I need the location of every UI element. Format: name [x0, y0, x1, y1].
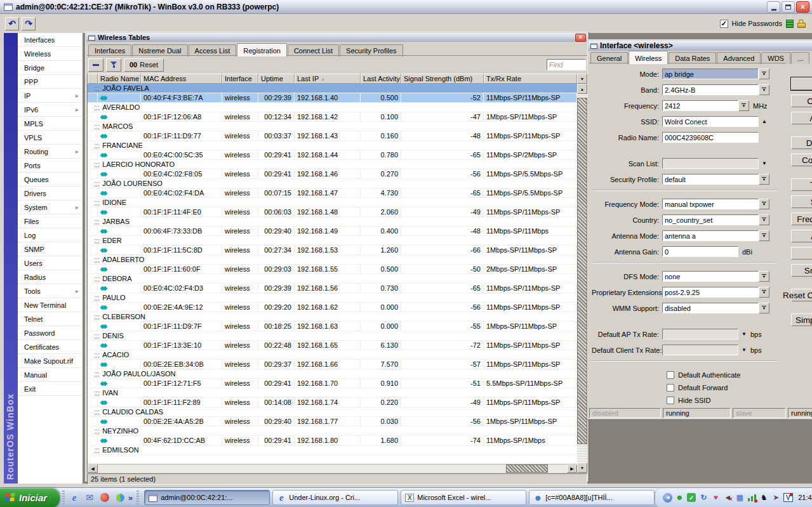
comment-row[interactable]: ;;;ADALBERTO: [88, 255, 577, 265]
task-button-under-linux-org-cri[interactable]: eUnder-Linux.org - Cri...: [272, 490, 398, 505]
ok-button[interactable]: OK: [791, 77, 812, 90]
tab-registration[interactable]: Registration: [237, 43, 287, 56]
reset-button[interactable]: 00 Reset: [124, 58, 164, 72]
hide-ssid-checkbox[interactable]: [667, 397, 674, 404]
simple-mode-button[interactable]: Simple Mode: [791, 313, 812, 326]
update-icon[interactable]: ↻: [698, 492, 709, 503]
table-row[interactable]: ◆◆00:0E:2E:4A:9E:12wireless00:29:20192.1…: [88, 303, 577, 312]
column-chooser-icon[interactable]: ▼: [577, 74, 587, 84]
tab-access-list[interactable]: Access List: [189, 44, 237, 56]
tab-security-profiles[interactable]: Security Profiles: [340, 44, 403, 56]
tab-general[interactable]: General: [590, 52, 628, 64]
comment-row[interactable]: ;;;EDER: [88, 236, 577, 246]
media-quick-launch-icon[interactable]: [99, 492, 110, 503]
dropdown-button-icon[interactable]: ▼: [759, 303, 769, 313]
comment-row[interactable]: ;;;ACACIO: [88, 350, 577, 360]
dropdown-button-icon[interactable]: ▼: [759, 230, 769, 241]
table-row[interactable]: ◆◆00:E0:4C:00:5C:35wireless00:29:41192.1…: [88, 150, 577, 160]
sidebar-item-drivers[interactable]: Drivers: [18, 187, 83, 201]
task-button-microsoft-excel-wirel[interactable]: XMicrosoft Excel - wirel...: [401, 490, 526, 505]
table-row[interactable]: ◆◆00:1F:1F:11:60:0Fwireless00:29:03192.1…: [88, 265, 577, 274]
msn-quick-launch-icon[interactable]: [114, 492, 126, 503]
table-row[interactable]: ◆◆00:1F:1F:11:F2:89wireless00:14:08192.1…: [88, 398, 577, 407]
disable-button[interactable]: Disable: [791, 136, 812, 149]
interface-dialog-titlebar[interactable]: Interface <wireless>: [589, 41, 812, 51]
tab-wireless[interactable]: Wireless: [629, 51, 668, 64]
default-client-tx-rate-input[interactable]: [662, 345, 738, 355]
scan-list-input[interactable]: [662, 158, 759, 169]
proprietary-extensions-input[interactable]: post-2.9.25: [662, 287, 759, 298]
sidebar-item-radius[interactable]: Radius: [18, 270, 83, 284]
antivirus-shield-icon[interactable]: ✓: [686, 492, 696, 503]
tab-nstreme-dual[interactable]: Nstreme Dual: [132, 44, 187, 56]
sidebar-item-vpls[interactable]: VPLS: [18, 131, 83, 145]
sidebar-item-exit[interactable]: Exit: [18, 382, 83, 396]
sidebar-item-wireless[interactable]: Wireless: [18, 47, 83, 61]
tab-wds[interactable]: WDS: [761, 52, 790, 64]
table-row[interactable]: ◆◆00:E0:4C:02:F8:05wireless00:29:41192.1…: [88, 169, 577, 179]
task-button-admin-00-0c-42-21[interactable]: admin@00:0C:42:21:...: [144, 490, 270, 505]
volume-muted-icon[interactable]: ◄✕: [722, 492, 733, 503]
table-row[interactable]: ◆◆00:0E:2E:4A:A5:2Bwireless00:29:40192.1…: [88, 417, 577, 426]
table-row[interactable]: ◆◆00:E0:4C:02:F4:D3wireless00:29:39192.1…: [88, 284, 577, 293]
sidebar-item-tools[interactable]: Tools▸: [18, 284, 83, 298]
table-row[interactable]: ◆◆00:1F:1F:12:06:A8wireless00:12:34192.1…: [88, 112, 577, 122]
redo-button[interactable]: ↷: [22, 17, 36, 30]
messenger-tray-icon[interactable]: ☻: [674, 492, 684, 503]
comment-row[interactable]: ;;;IVAN: [88, 388, 577, 398]
quick-launch-overflow-icon[interactable]: »: [128, 493, 133, 503]
sidebar-item-users[interactable]: Users: [18, 256, 83, 270]
messenger-heart-icon[interactable]: ♥: [710, 492, 721, 503]
column-header-last-activity-s[interactable]: Last Activity (s): [361, 74, 401, 84]
scroll-right-icon[interactable]: ▶: [567, 464, 577, 473]
wireless-tables-titlebar[interactable]: Wireless Tables ×: [86, 33, 588, 42]
frequency-input[interactable]: 2412: [662, 100, 738, 111]
sidebar-item-ipv6[interactable]: IPv6▸: [18, 103, 83, 117]
column-header-radio-name[interactable]: Radio Name▲: [98, 74, 141, 84]
column-header-last-ip[interactable]: Last IP▲: [295, 74, 361, 84]
comment-row[interactable]: ;;;IDIONE: [88, 198, 577, 207]
comment-row[interactable]: ;;;NEYZINHO: [88, 426, 577, 436]
comment-row[interactable]: ;;;AVERALDO: [88, 103, 577, 112]
horizontal-scrollbar[interactable]: ◀ ▶: [88, 464, 577, 473]
cancel-button[interactable]: Cancel: [791, 95, 812, 107]
dropdown-arrow-icon[interactable]: ▼: [742, 331, 747, 337]
network-icon[interactable]: ▦: [735, 492, 745, 503]
tray-expand-icon[interactable]: ◀: [663, 493, 672, 503]
sidebar-item-log[interactable]: Log: [18, 228, 83, 242]
comment-row[interactable]: ;;;EDMILSON: [88, 445, 577, 455]
comment-row[interactable]: ;;;DENIS: [88, 331, 577, 341]
task-button-c-00a8a8-u-th[interactable]: ☻[c=#00A8A8][u]THÍÍ...: [529, 490, 655, 505]
column-header-uptime[interactable]: Uptime: [258, 74, 295, 84]
vscroll-thumb[interactable]: [577, 98, 587, 444]
find-input[interactable]: [547, 59, 586, 70]
table-row[interactable]: ◆◆00:1F:1F:12:71:F5wireless00:29:41192.1…: [88, 379, 577, 388]
country-input[interactable]: no_country_set: [662, 214, 759, 225]
comment-row[interactable]: ;;;JOÃO FAVELA: [88, 84, 577, 93]
sidebar-item-routing[interactable]: Routing▸: [18, 145, 83, 159]
antenna-mode-input[interactable]: antenna a: [662, 230, 759, 241]
column-header-signal-strength-dbm[interactable]: Signal Strength (dBm): [401, 74, 484, 84]
freq-usage-button[interactable]: Freq. Usage: [791, 213, 812, 225]
sidebar-item-certificates[interactable]: Certificates: [18, 340, 83, 354]
sidebar-item-telnet[interactable]: Telnet: [18, 312, 83, 326]
table-row[interactable]: ◆◆00:1F:1F:11:D9:7Fwireless00:18:25192.1…: [88, 322, 577, 331]
table-row[interactable]: ◆◆00:4F:62:1D:CC:ABwireless00:29:41192.1…: [88, 436, 577, 445]
restore-button[interactable]: [782, 1, 795, 13]
comment-row[interactable]: ;;;LAERCIO HONORATO: [88, 160, 577, 169]
sidebar-item-queues[interactable]: Queues: [18, 173, 83, 187]
sidebar-item-make-supout-rif[interactable]: Make Supout.rif: [18, 354, 83, 368]
dropdown-button-icon[interactable]: ▼: [738, 100, 749, 111]
dropdown-button-icon[interactable]: ▼: [759, 271, 769, 282]
undo-button[interactable]: ↶: [5, 17, 19, 30]
apply-button[interactable]: Apply: [791, 112, 812, 124]
sidebar-item-password[interactable]: Password: [18, 326, 83, 340]
sidebar-item-manual[interactable]: Manual: [18, 368, 83, 382]
vnc-icon[interactable]: V: [783, 492, 793, 503]
sidebar-item-snmp[interactable]: SNMP: [18, 242, 83, 256]
dfs-mode-input[interactable]: none: [662, 271, 759, 282]
table-row[interactable]: ◆◆00:0E:2E:EB:34:0Bwireless00:29:37192.1…: [88, 360, 577, 369]
table-row[interactable]: ◆◆00:06:4F:73:33:DBwireless00:29:40192.1…: [88, 227, 577, 236]
pet-tray-icon[interactable]: ♞: [759, 492, 769, 503]
comment-row[interactable]: ;;;DEBORA: [88, 274, 577, 284]
